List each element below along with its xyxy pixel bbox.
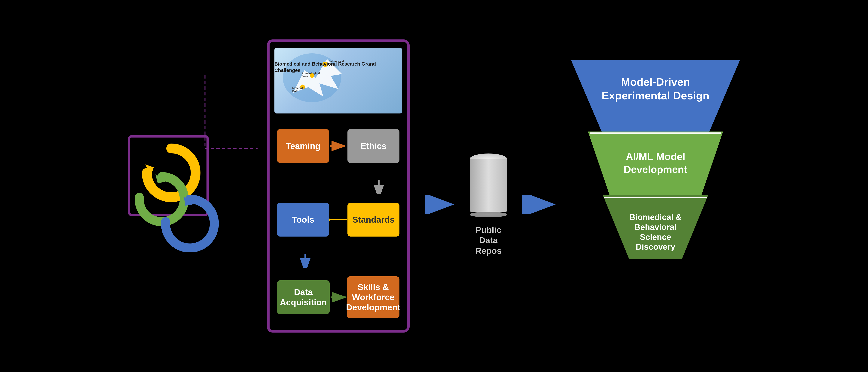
cylinder-section: Public Data Repos [470, 153, 507, 256]
funnel-text-1: Model-Driven Experimental Design [590, 75, 721, 103]
cylinder-label: Public Data Repos [475, 225, 502, 256]
arrow-ethics-standards [373, 179, 384, 194]
funnel-text-3: Biomedical & Behavioral Science Discover… [614, 212, 697, 252]
svg-text:Molecular: Molecular [292, 86, 305, 90]
dashed-connector-svg [203, 73, 259, 205]
box-standards: Standards [347, 203, 399, 236]
cylinder [470, 153, 507, 218]
arrow-cylinder-to-funnel [522, 195, 556, 214]
middle-section: Behavioral Data Physiological Data Molec… [267, 39, 410, 333]
cylinder-bottom [470, 212, 507, 218]
funnel-text-2: AI/ML Model Development [599, 150, 712, 176]
arrow-standards-tools [329, 214, 348, 225]
slide-graphic: Behavioral Data Physiological Data Molec… [282, 52, 353, 106]
box-data-acquisition: Data Acquisition [277, 280, 330, 314]
box-tools: Tools [277, 203, 329, 236]
right-section: Model-Driven Experimental Design AI/ML M… [571, 60, 740, 323]
svg-text:Data: Data [302, 75, 308, 78]
arrow-data-acq-skills [330, 292, 347, 303]
box-ethics: Ethics [347, 129, 399, 163]
box-teaming: Teaming [277, 129, 329, 163]
funnel-divider-2 [604, 197, 707, 198]
svg-text:Data: Data [292, 89, 299, 93]
slide-title: Biomedical and Behavioral Research Grand… [274, 61, 397, 74]
arrow-tools-data-acq [300, 253, 311, 268]
slide-thumbnail: Behavioral Data Physiological Data Molec… [274, 48, 402, 113]
funnel: Model-Driven Experimental Design AI/ML M… [571, 60, 740, 323]
arrow-middle-to-cylinder [425, 195, 455, 214]
main-container: Behavioral Data Physiological Data Molec… [0, 0, 868, 372]
cylinder-body [470, 159, 507, 212]
box-skills: Skills & Workforce Development [347, 276, 399, 318]
arrow-teaming-ethics [329, 140, 348, 152]
funnel-divider-1 [590, 133, 721, 134]
